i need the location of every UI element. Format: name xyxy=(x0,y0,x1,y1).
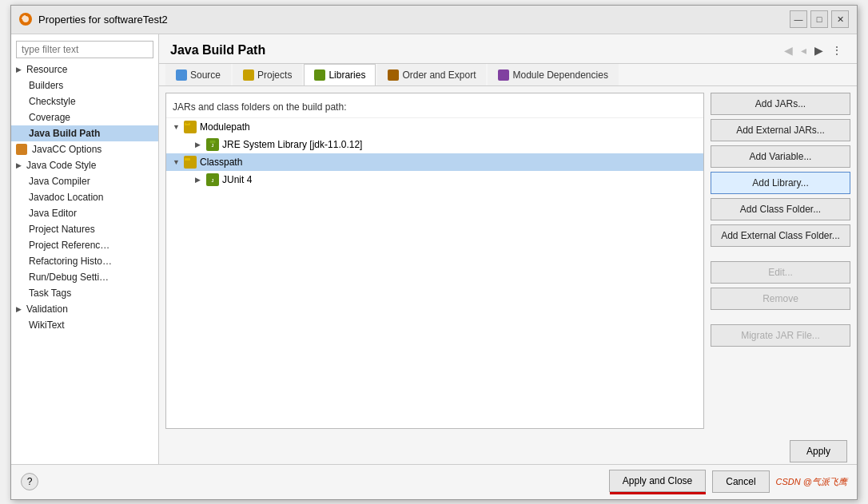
tab-source[interactable]: Source xyxy=(165,64,231,85)
tree-item-modulepath[interactable]: ▼ Modulepath xyxy=(166,118,703,136)
jar-icon: J xyxy=(206,138,219,151)
tab-module-label: Module Dependencies xyxy=(512,69,607,81)
sidebar-item-label: Java Editor xyxy=(29,208,77,219)
watermark: CSDN @气派飞鹰 xyxy=(776,476,847,488)
sidebar-item-label: Java Code Style xyxy=(26,160,96,171)
sidebar-item-label: Run/Debug Setti… xyxy=(29,272,109,283)
arrow-icon: ▶ xyxy=(16,65,22,73)
sidebar-item-wikitext[interactable]: WikiText xyxy=(11,317,158,333)
add-variable-button[interactable]: Add Variable... xyxy=(711,145,850,168)
svg-text:J: J xyxy=(212,142,214,147)
sidebar-item-label: Checkstyle xyxy=(29,96,76,107)
add-external-jars-button[interactable]: Add External JARs... xyxy=(711,119,850,141)
close-button[interactable]: ✕ xyxy=(831,10,849,28)
tab-module-dependencies[interactable]: Module Dependencies xyxy=(488,64,618,85)
arrow-icon: ▶ xyxy=(16,161,22,169)
sidebar-item-project-natures[interactable]: Project Natures xyxy=(11,221,158,237)
tree-item-jre[interactable]: ▶ J JRE System Library [jdk-11.0.12] xyxy=(166,136,703,153)
nav-back-button[interactable]: ◀ xyxy=(781,42,796,58)
javacc-icon xyxy=(16,144,27,155)
tab-order-export[interactable]: Order and Export xyxy=(377,64,486,85)
title-bar: Properties for softwareTest2 — □ ✕ xyxy=(11,6,857,34)
sidebar-item-refactoring-history[interactable]: Refactoring Histo… xyxy=(11,253,158,269)
sidebar-item-resource[interactable]: ▶ Resource xyxy=(11,62,158,77)
sidebar-item-label: Project Referenc… xyxy=(29,240,109,251)
sidebar-item-label: Validation xyxy=(26,304,68,315)
order-tab-icon xyxy=(388,69,399,81)
expand-arrow-icon: ▶ xyxy=(195,176,206,184)
tree-item-label: Classpath xyxy=(200,157,242,168)
dialog-title: Properties for softwareTest2 xyxy=(38,14,168,26)
cancel-button[interactable]: Cancel xyxy=(712,470,769,493)
sidebar-item-project-references[interactable]: Project Referenc… xyxy=(11,237,158,253)
tree-item-junit4[interactable]: ▶ J JUnit 4 xyxy=(166,171,703,189)
nav-forward-button[interactable]: ▶ xyxy=(811,42,826,58)
add-jars-button[interactable]: Add JARs... xyxy=(711,93,850,115)
edit-button[interactable]: Edit... xyxy=(711,261,850,284)
tab-libraries-label: Libraries xyxy=(328,69,365,81)
minimize-button[interactable]: — xyxy=(790,10,807,28)
sidebar-item-checkstyle[interactable]: Checkstyle xyxy=(11,93,158,109)
arrow-icon: ▶ xyxy=(16,305,22,313)
migrate-jar-button[interactable]: Migrate JAR File... xyxy=(711,324,850,347)
apply-button[interactable]: Apply xyxy=(790,440,847,462)
sidebar-item-coverage[interactable]: Coverage xyxy=(11,109,158,125)
sidebar-item-label: Coverage xyxy=(29,112,70,123)
nav-back2-button[interactable]: ◂ xyxy=(798,42,810,58)
tab-order-label: Order and Export xyxy=(402,69,476,81)
sidebar-item-label: Project Natures xyxy=(29,224,95,235)
sidebar-item-java-compiler[interactable]: Java Compiler xyxy=(11,173,158,189)
folder-icon xyxy=(184,156,197,169)
apply-close-button[interactable]: Apply and Close xyxy=(609,470,706,492)
apply-row: Apply xyxy=(159,435,857,464)
tabs-bar: Source Projects Libraries Order and Expo… xyxy=(159,64,857,86)
filter-input[interactable] xyxy=(16,41,153,58)
nav-arrows: ◀ ◂ ▶ ⋮ xyxy=(781,42,846,58)
sidebar-item-label: Task Tags xyxy=(29,288,71,299)
sidebar-item-label: Refactoring Histo… xyxy=(29,256,112,267)
dialog-body: ▶ Resource Builders Checkstyle Coverage … xyxy=(11,34,857,464)
sidebar-item-label: Javadoc Location xyxy=(29,192,103,203)
projects-tab-icon xyxy=(243,69,254,81)
libraries-tab-icon xyxy=(314,69,325,81)
tree-item-label: JRE System Library [jdk-11.0.12] xyxy=(222,139,362,150)
tab-projects[interactable]: Projects xyxy=(233,64,302,85)
sidebar-item-label: WikiText xyxy=(29,319,65,331)
sidebar-item-java-editor[interactable]: Java Editor xyxy=(11,205,158,221)
sidebar-item-javadoc-location[interactable]: Javadoc Location xyxy=(11,189,158,205)
remove-button[interactable]: Remove xyxy=(711,288,850,310)
sidebar-item-task-tags[interactable]: Task Tags xyxy=(11,285,158,301)
tree-panel: JARs and class folders on the build path… xyxy=(165,93,704,429)
tree-item-classpath[interactable]: ▼ Classpath xyxy=(166,153,703,171)
content-area: JARs and class folders on the build path… xyxy=(159,86,857,435)
folder-icon xyxy=(184,121,197,133)
title-controls: — □ ✕ xyxy=(790,10,849,28)
tab-libraries[interactable]: Libraries xyxy=(304,64,376,85)
sidebar-item-validation[interactable]: ▶ Validation xyxy=(11,301,158,317)
main-content: Java Build Path ◀ ◂ ▶ ⋮ Source Projects xyxy=(159,34,857,464)
tab-projects-label: Projects xyxy=(257,69,292,81)
nav-menu-button[interactable]: ⋮ xyxy=(828,42,846,58)
sidebar-item-label: Builders xyxy=(29,80,63,91)
sidebar-item-java-code-style[interactable]: ▶ Java Code Style xyxy=(11,157,158,173)
module-tab-icon xyxy=(498,69,509,81)
sidebar-item-label: Resource xyxy=(26,64,67,75)
sidebar-item-run-debug-settings[interactable]: Run/Debug Setti… xyxy=(11,269,158,285)
footer-row: ? Apply and Close Cancel CSDN @气派飞鹰 xyxy=(11,464,857,499)
source-tab-icon xyxy=(176,69,187,81)
add-external-class-folder-button[interactable]: Add External Class Folder... xyxy=(711,224,850,247)
tree-item-label: JUnit 4 xyxy=(222,174,252,185)
sidebar-item-label: Java Compiler xyxy=(29,176,90,187)
svg-rect-8 xyxy=(185,158,190,161)
sidebar-item-javacc-options[interactable]: JavaCC Options xyxy=(11,141,158,157)
buttons-panel: Add JARs... Add External JARs... Add Var… xyxy=(711,93,850,429)
apply-close-underline xyxy=(610,492,706,494)
help-button[interactable]: ? xyxy=(21,473,38,490)
add-class-folder-button[interactable]: Add Class Folder... xyxy=(711,198,850,220)
add-library-button[interactable]: Add Library... xyxy=(711,172,850,194)
maximize-button[interactable]: □ xyxy=(810,10,828,28)
eclipse-icon xyxy=(19,13,32,26)
expand-arrow-icon: ▶ xyxy=(195,141,206,149)
sidebar-item-java-build-path[interactable]: Java Build Path xyxy=(11,125,158,141)
sidebar-item-builders[interactable]: Builders xyxy=(11,77,158,93)
